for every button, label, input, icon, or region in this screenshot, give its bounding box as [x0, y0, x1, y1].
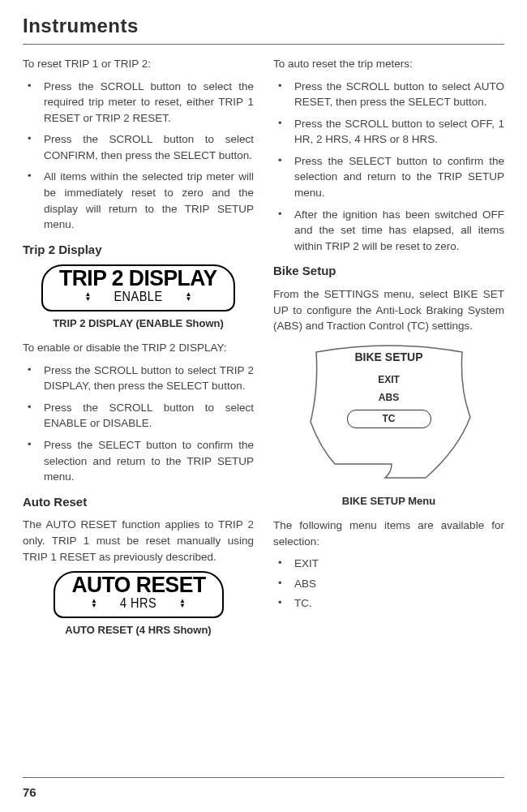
top-rule	[23, 44, 504, 45]
list-item: Press the SCROLL button to select the re…	[37, 79, 254, 127]
bike-setup-figure: BIKE SETUP EXIT ABS TC	[273, 341, 504, 490]
menu-list: EXIT ABS TC.	[273, 556, 504, 612]
list-item: Press the SCROLL button to select ENABLE…	[37, 400, 254, 432]
reset-list: Press the SCROLL button to select the re…	[23, 79, 254, 233]
trip2-lcd-caption: TRIP 2 DISPLAY (ENABLE Shown)	[23, 316, 254, 332]
reset-intro: To reset TRIP 1 or TRIP 2:	[23, 56, 254, 72]
auto-intro: To auto reset the trip meters:	[273, 56, 504, 72]
scroll-arrows-icon: ▲▼	[84, 292, 91, 302]
list-item: All items within the selected trip meter…	[37, 169, 254, 232]
shield-menu-item: EXIT	[332, 373, 446, 387]
list-item: Press the SELECT button to confirm the s…	[37, 437, 254, 485]
list-item: Press the SCROLL button to select TRIP 2…	[37, 363, 254, 394]
trip2-lcd-figure: TRIP 2 DISPLAY ▲▼ ENABLE ▲▼	[23, 264, 254, 311]
shield-title: BIKE SETUP	[332, 349, 446, 365]
page-number: 76	[23, 785, 36, 799]
list-item: TC.	[288, 595, 504, 612]
lcd-sub-row: ▲▼ ENABLE ▲▼	[58, 288, 219, 305]
shield-menu: BIKE SETUP EXIT ABS TC	[332, 349, 446, 432]
lcd-sub-row: ▲▼ 4 HRS ▲▼	[70, 595, 208, 612]
shield-menu-item-selected: TC	[347, 410, 431, 428]
list-item: Press the SELECT button to confirm the s…	[288, 153, 504, 201]
scroll-arrows-icon: ▲▼	[186, 292, 192, 302]
content-columns: To reset TRIP 1 or TRIP 2: Press the SCR…	[23, 56, 504, 638]
menu-intro: The following menu items are available f…	[273, 518, 504, 549]
bike-setup-body: From the SETTINGS menu, select BIKE SET …	[273, 286, 504, 334]
scroll-arrows-icon: ▲▼	[179, 599, 186, 608]
list-item: ABS	[288, 576, 504, 592]
auto-reset-body: The AUTO RESET function applies to TRIP …	[23, 517, 254, 565]
auto-reset-lcd-caption: AUTO RESET (4 HRS Shown)	[23, 623, 254, 638]
auto-list: Press the SCROLL button to select AUTO R…	[273, 79, 504, 255]
bike-setup-caption: BIKE SETUP Menu	[273, 494, 504, 509]
auto-reset-lcd-figure: AUTO RESET ▲▼ 4 HRS ▲▼	[23, 571, 254, 618]
lcd-box: AUTO RESET ▲▼ 4 HRS ▲▼	[54, 571, 224, 618]
list-item: Press the SCROLL button to select AUTO R…	[288, 79, 504, 110]
bottom-rule	[23, 777, 504, 778]
auto-reset-heading: Auto Reset	[23, 493, 254, 511]
trip2-heading: Trip 2 Display	[23, 241, 254, 259]
lcd-box: TRIP 2 DISPLAY ▲▼ ENABLE ▲▼	[41, 264, 235, 311]
enable-list: Press the SCROLL button to select TRIP 2…	[23, 363, 254, 485]
page-title: Instruments	[23, 15, 504, 37]
list-item: Press the SCROLL button to select CONFIR…	[37, 131, 254, 163]
scroll-arrows-icon: ▲▼	[91, 599, 97, 608]
list-item: After the ignition has been switched OFF…	[288, 207, 504, 255]
list-item: Press the SCROLL button to select OFF, 1…	[288, 116, 504, 148]
list-item: EXIT	[288, 556, 504, 572]
shield-graphic: BIKE SETUP EXIT ABS TC	[296, 344, 482, 482]
shield-menu-item: ABS	[332, 391, 446, 405]
enable-intro: To enable or disable the TRIP 2 DISPLAY:	[23, 340, 254, 356]
bike-setup-heading: Bike Setup	[273, 262, 504, 280]
lcd-sub: 4 HRS	[120, 594, 156, 613]
lcd-sub: ENABLE	[114, 287, 162, 307]
